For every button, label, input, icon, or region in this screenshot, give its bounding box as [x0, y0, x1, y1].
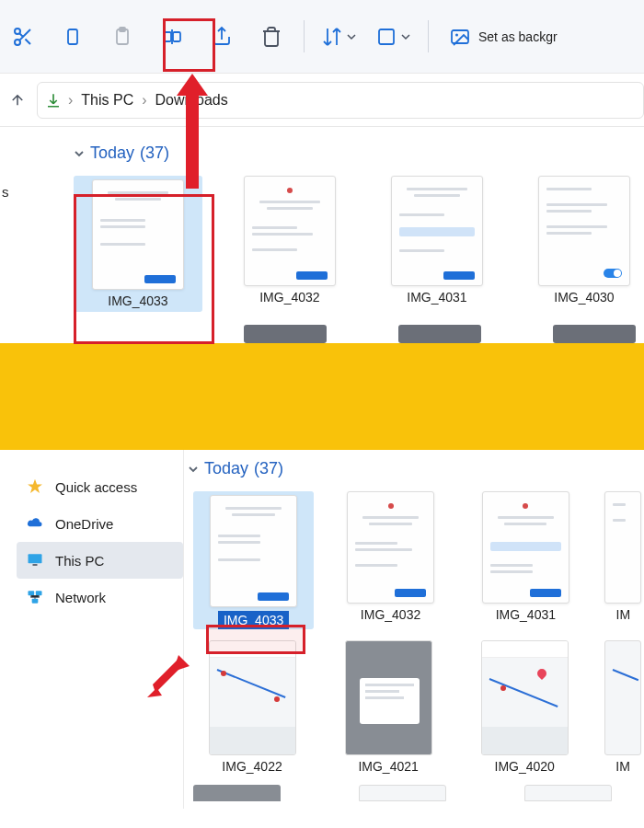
sidebar-item-this-pc[interactable]: This PC — [17, 542, 183, 579]
sort-dropdown[interactable] — [314, 14, 364, 60]
share-icon — [211, 26, 233, 48]
file-label: IMG_4032 — [259, 290, 319, 305]
file-item[interactable]: IMG_4033 — [193, 491, 314, 629]
toolbar: Set as backgr — [0, 0, 644, 74]
chevron-down-icon — [188, 464, 199, 475]
sidebar-item-label: Network — [55, 590, 106, 605]
sidebar-item-label: Quick access — [55, 479, 137, 495]
svg-rect-11 — [29, 591, 35, 595]
set-background-label: Set as backgr — [478, 29, 558, 44]
svg-rect-0 — [68, 29, 77, 44]
thumbnail-preview[interactable] — [553, 325, 636, 343]
picture-icon — [449, 26, 471, 48]
sidebar-item-label: OneDrive — [55, 516, 113, 532]
breadcrumb-segment[interactable]: Downloads — [150, 92, 234, 109]
file-item[interactable]: IMG_4032 — [332, 491, 449, 629]
rename-button[interactable] — [149, 14, 195, 60]
group-header[interactable]: Today (37) — [188, 459, 644, 478]
file-grid-bottom: Today (37) IMG_4033 IMG_4032 — [184, 450, 644, 809]
star-icon — [26, 477, 44, 496]
file-item[interactable]: IMG_4033 — [74, 176, 202, 312]
file-item[interactable]: IMG_4030 — [524, 176, 644, 312]
thumbnail-row-partial — [74, 325, 644, 343]
thumbnail-preview — [92, 179, 184, 290]
file-label-editing[interactable]: IMG_4033 — [218, 611, 289, 629]
view-icon — [375, 26, 397, 48]
chevron-down-icon — [74, 148, 85, 159]
clipboard-icon — [111, 26, 133, 48]
breadcrumb-separator: › — [139, 92, 149, 109]
file-item[interactable]: IMG_4031 — [467, 491, 584, 629]
paste-button[interactable] — [99, 14, 145, 60]
file-label: IM — [616, 607, 631, 622]
delete-button[interactable] — [248, 14, 294, 60]
cut-button[interactable] — [0, 14, 46, 60]
group-count: (37) — [254, 459, 283, 478]
thumbnail-preview — [209, 640, 296, 755]
trash-icon — [260, 26, 282, 48]
thumbnail-preview — [345, 640, 432, 755]
file-label: IMG_4032 — [361, 607, 420, 622]
thumbnail-preview — [604, 640, 641, 755]
set-background-button[interactable]: Set as backgr — [438, 14, 569, 60]
svg-rect-6 — [379, 29, 394, 44]
sort-icon — [321, 26, 343, 48]
group-title: Today — [90, 144, 134, 163]
file-item[interactable]: IMG_4031 — [377, 176, 497, 312]
thumbnail-preview — [481, 640, 569, 755]
thumbnail-row: IMG_4022 IMG_4021 — [193, 640, 644, 774]
file-grid-top: Today (37) IMG_4033 IMG_4032 IMG_4031 — [0, 127, 644, 343]
chevron-down-icon — [400, 31, 411, 42]
svg-rect-9 — [29, 554, 42, 563]
toolbar-separator — [304, 20, 305, 52]
thumbnail-preview[interactable] — [244, 325, 327, 343]
breadcrumb-segment[interactable]: This PC — [75, 92, 139, 109]
thumbnail-preview[interactable] — [398, 325, 481, 343]
nav-up-button[interactable] — [0, 83, 35, 118]
svg-point-8 — [455, 33, 458, 36]
thumbnail-preview — [604, 491, 641, 604]
file-item[interactable]: IMG_4021 — [329, 640, 447, 774]
svg-rect-13 — [32, 599, 39, 604]
cloud-icon — [26, 514, 44, 533]
thumbnail-preview — [210, 495, 297, 607]
thumbnail-row: IMG_4033 IMG_4032 IMG_4031 — [193, 491, 644, 629]
sidebar-item-onedrive[interactable]: OneDrive — [17, 505, 183, 542]
thumbnail-row: IMG_4033 IMG_4032 IMG_4031 IMG_4030 — [74, 176, 644, 312]
bottom-panel: Quick access OneDrive This PC Network To… — [0, 450, 644, 809]
file-label: IMG_4020 — [495, 759, 555, 774]
thumbnail-preview — [347, 491, 434, 604]
view-dropdown[interactable] — [368, 14, 419, 60]
sidebar: Quick access OneDrive This PC Network — [0, 450, 184, 809]
group-header[interactable]: Today (37) — [74, 144, 644, 163]
file-label: IMG_4030 — [554, 290, 614, 305]
toolbar-separator — [428, 20, 429, 52]
thumbnail-preview[interactable] — [524, 785, 612, 801]
thumbnail-preview — [391, 176, 483, 286]
scissors-icon — [12, 26, 34, 48]
svg-rect-4 — [173, 32, 180, 41]
breadcrumb-path[interactable]: › This PC › Downloads — [37, 82, 644, 119]
monitor-icon — [26, 551, 44, 569]
sidebar-item-quick-access[interactable]: Quick access — [17, 468, 183, 505]
group-count: (37) — [140, 144, 169, 163]
breadcrumb-bar: › This PC › Downloads — [0, 74, 644, 127]
file-item[interactable]: IMG_4032 — [230, 176, 350, 312]
thumbnail-preview[interactable] — [193, 785, 281, 801]
sidebar-item-network[interactable]: Network — [17, 579, 183, 615]
svg-rect-10 — [33, 564, 38, 566]
file-item[interactable]: IMG_4022 — [193, 640, 311, 774]
file-item[interactable]: IMG_4020 — [466, 640, 583, 774]
chevron-down-icon — [346, 31, 357, 42]
breadcrumb-separator: › — [65, 92, 75, 109]
file-item[interactable]: IM — [603, 491, 644, 629]
file-label: IMG_4022 — [222, 759, 282, 774]
copy-button[interactable] — [50, 14, 96, 60]
network-icon — [26, 588, 44, 606]
share-button[interactable] — [199, 14, 245, 60]
copy-icon — [62, 26, 84, 48]
svg-rect-12 — [36, 591, 42, 595]
thumbnail-preview[interactable] — [359, 785, 446, 801]
file-item[interactable]: IM — [602, 640, 644, 774]
thumbnail-preview — [244, 176, 336, 286]
